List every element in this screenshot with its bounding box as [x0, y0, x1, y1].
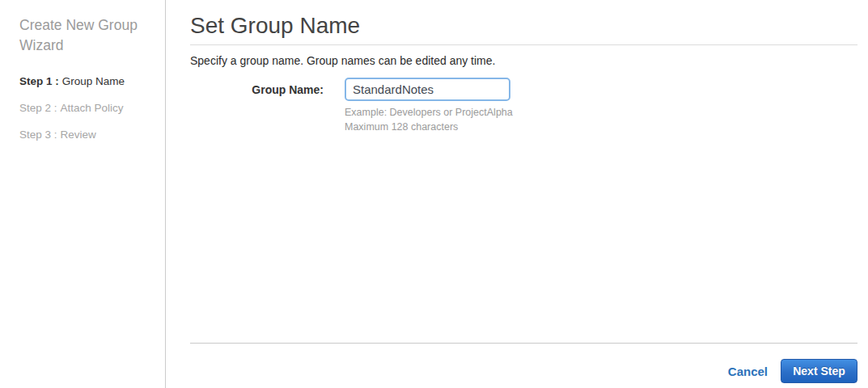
group-name-helper-maxlength: Maximum 128 characters [345, 120, 513, 134]
next-step-button[interactable]: Next Step [781, 359, 857, 383]
group-name-input[interactable] [345, 78, 510, 101]
group-name-label: Group Name: [190, 78, 324, 96]
page-title: Set Group Name [190, 12, 857, 40]
title-divider [190, 44, 857, 45]
wizard-title: Create New Group Wizard [19, 15, 149, 56]
group-name-field-group: Example: Developers or ProjectAlpha Maxi… [345, 78, 513, 134]
step-1-label: Group Name [62, 75, 125, 87]
footer-divider [190, 343, 857, 344]
group-name-helper-example: Example: Developers or ProjectAlpha [345, 105, 513, 120]
step-3-prefix: Step 3 : [19, 129, 57, 141]
wizard-footer-actions: Cancel Next Step [728, 359, 857, 383]
step-2-label: Attach Policy [61, 102, 124, 114]
group-name-form-row: Group Name: Example: Developers or Proje… [190, 78, 857, 134]
wizard-sidebar: Create New Group Wizard Step 1 :Group Na… [0, 0, 166, 388]
sidebar-step-2-attach-policy[interactable]: Step 2 :Attach Policy [19, 102, 165, 115]
cancel-button[interactable]: Cancel [728, 365, 768, 378]
sidebar-step-1-group-name[interactable]: Step 1 :Group Name [19, 75, 165, 88]
create-group-wizard-window: Create New Group Wizard Step 1 :Group Na… [0, 0, 868, 388]
page-subtitle: Specify a group name. Group names can be… [190, 54, 857, 67]
step-2-prefix: Step 2 : [19, 102, 57, 114]
wizard-main-panel: Set Group Name Specify a group name. Gro… [167, 0, 868, 388]
step-1-prefix: Step 1 : [19, 75, 59, 87]
step-3-label: Review [61, 129, 96, 141]
sidebar-step-3-review[interactable]: Step 3 :Review [19, 129, 165, 141]
wizard-steps-list: Step 1 :Group Name Step 2 :Attach Policy… [19, 75, 165, 141]
